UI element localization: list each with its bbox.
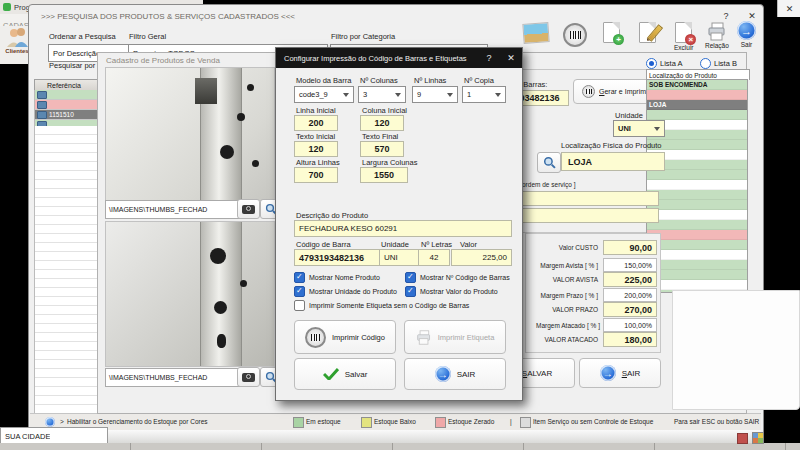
checkbox-item[interactable]: Imprimir Somente Etiqueta sem o Código d… (294, 298, 516, 312)
toolbar-sair[interactable]: → Sair (737, 21, 756, 48)
camera-button-2[interactable] (237, 367, 260, 387)
largura-colunas-field[interactable]: 1550 (360, 167, 408, 183)
checkbox-item[interactable]: Mostrar Unidade do Produto (294, 284, 405, 298)
checkbox-label: Mostrar Nome Produto (309, 274, 380, 281)
modal-sair-button[interactable]: → SAIR (404, 358, 506, 390)
toolbar-relacao[interactable]: Relação (705, 22, 729, 49)
result-row[interactable] (35, 90, 105, 100)
product-photo-1 (105, 67, 275, 201)
modal-help-button[interactable]: ? (478, 53, 500, 63)
toolbar-new[interactable]: + (603, 22, 620, 43)
copia-label: Nº Copia (464, 76, 494, 85)
location-row[interactable] (647, 190, 747, 200)
linhas-select[interactable]: 9 (412, 86, 458, 103)
clientes-icon[interactable] (5, 26, 29, 48)
colunas-select[interactable]: 3 (358, 86, 406, 103)
texto-inicial-field[interactable]: 120 (294, 141, 338, 157)
copia-value: 1 (467, 90, 471, 99)
toolbar-barcode[interactable] (563, 23, 587, 47)
descricao-field[interactable]: FECHADURA KESO 60291 (294, 220, 512, 237)
prazo-field[interactable]: 270,00 (603, 302, 657, 317)
location-row[interactable] (647, 270, 747, 280)
location-row[interactable] (647, 260, 747, 270)
imprimir-etiqueta-button[interactable]: Imprimir Etiqueta (404, 320, 506, 354)
modelo-select[interactable]: code3_9 (294, 86, 354, 103)
thumb-path-field-2[interactable]: \IMAGENS\THUMBS_FECHAD (105, 368, 240, 387)
texto-final-field[interactable]: 570 (360, 141, 404, 157)
location-row[interactable]: LOJA (647, 100, 747, 110)
lista-b-radio[interactable]: Lista B (700, 58, 737, 69)
exit-icon: → (600, 365, 616, 381)
results-empty-area[interactable] (34, 126, 106, 413)
location-row[interactable] (647, 110, 747, 120)
result-row-label: 1151510 (49, 111, 74, 118)
linha-inicial-field[interactable]: 200 (294, 115, 338, 131)
toolbar-edit[interactable] (639, 22, 656, 43)
mprazo-label: Margem Prazo [ % ] (536, 292, 598, 299)
letras-field[interactable]: 42 (418, 249, 450, 266)
unidade-select[interactable]: UNI (613, 120, 665, 137)
background-close-icon[interactable]: ✕ (786, 4, 794, 14)
status-toggle-label[interactable]: Habilitar o Gerenciamento do Estoque por… (67, 418, 208, 425)
column-referencia[interactable]: Referência (47, 82, 81, 89)
location-row[interactable] (647, 280, 747, 290)
camera-button-1[interactable] (237, 199, 260, 219)
texto-inicial-label: Texto Inicial (296, 132, 335, 141)
custo-field[interactable]: 90,00 (603, 240, 657, 255)
barcode-small-icon (582, 85, 595, 98)
locfis-field[interactable]: LOJA (561, 152, 665, 171)
altura-linhas-field[interactable]: 700 (294, 167, 338, 183)
photo-row-icon (37, 91, 47, 99)
results-rows[interactable]: 1151510 (34, 90, 106, 130)
location-row[interactable]: SOB ENCOMENDA (647, 80, 747, 90)
checkbox-item[interactable]: Mostrar Valor do Produto (405, 284, 516, 298)
modal-salvar-button[interactable]: Salvar (294, 358, 396, 390)
lista-a-radio[interactable]: Lista A (646, 58, 683, 69)
location-row[interactable] (647, 230, 747, 240)
avista-field[interactable]: 225,00 (603, 272, 657, 287)
atacado-field[interactable]: 180,00 (603, 332, 657, 347)
location-row[interactable] (647, 140, 747, 150)
help-button[interactable]: ? (717, 9, 735, 23)
unidade-field[interactable]: UNI (379, 249, 421, 266)
toolbar-delete[interactable]: × Excluir (674, 22, 694, 51)
tray-icon-1[interactable] (737, 433, 748, 444)
product-location-list[interactable]: SOB ENCOMENDALOJA (646, 79, 748, 293)
texto-final-label: Texto Final (362, 132, 398, 141)
locfis-search-button[interactable] (537, 152, 561, 173)
legend-green-swatch (293, 417, 304, 428)
modal-close-button[interactable]: ✕ (500, 53, 522, 63)
lista-b-label: Lista B (714, 59, 737, 68)
location-row[interactable] (647, 90, 747, 100)
taskbar-strip (0, 443, 800, 450)
toolbar-photo[interactable] (523, 23, 549, 43)
location-row[interactable] (647, 180, 747, 190)
matacado-field[interactable]: 100,00% (603, 318, 657, 332)
coluna-inicial-field[interactable]: 120 (360, 115, 404, 131)
sair-button[interactable]: → SAIR (579, 358, 661, 388)
location-row[interactable] (647, 210, 747, 220)
tray-icon-2[interactable] (752, 432, 764, 444)
checkbox-item[interactable]: Mostrar Nº Código de Barras (405, 270, 516, 284)
mavista-field[interactable]: 150,00% (603, 258, 657, 272)
imprimir-codigo-button[interactable]: Imprimir Código (294, 320, 396, 354)
radio-on-icon (646, 58, 657, 69)
valor-field[interactable]: 225,00 (451, 249, 512, 266)
mprazo-field[interactable]: 200,00% (603, 288, 657, 302)
status-toggle-icon[interactable] (45, 417, 55, 427)
checkbox-item[interactable]: Mostrar Nome Produto (294, 270, 405, 284)
location-row[interactable] (647, 170, 747, 180)
location-row[interactable] (647, 200, 747, 210)
matacado-label: Margem Atacado [ % ] (536, 322, 598, 329)
copia-select[interactable]: 1 (462, 86, 506, 103)
locfis-label: Localização Física do Produto (561, 141, 661, 150)
location-row[interactable] (647, 220, 747, 230)
background-window-fragment (672, 290, 800, 410)
result-row[interactable] (35, 100, 105, 110)
codigo-barra-field[interactable]: 4793193482136 (294, 249, 382, 266)
location-row[interactable] (647, 250, 747, 260)
altura-linhas-label: Altura Linhas (296, 158, 340, 167)
result-row[interactable]: 1151510 (35, 110, 105, 120)
location-row[interactable] (647, 240, 747, 250)
thumb-path-field-1[interactable]: \IMAGENS\THUMBS_FECHAD (105, 200, 240, 219)
